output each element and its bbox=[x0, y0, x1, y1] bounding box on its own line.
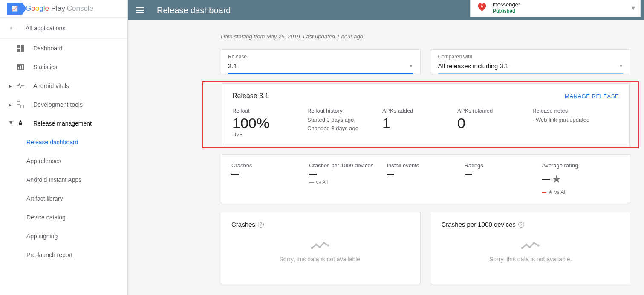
nav-back-label: All applications bbox=[26, 25, 65, 32]
star-icon: ★ bbox=[548, 189, 553, 195]
rollout-history-col: Rollout history Started 3 days ago Chang… bbox=[307, 108, 374, 137]
apks-retained-value: 0 bbox=[457, 116, 524, 130]
logo-text: Google Play bbox=[26, 4, 65, 13]
nav-dashboard[interactable]: ▶ Dashboard bbox=[0, 39, 127, 58]
app-status: Published bbox=[493, 8, 520, 14]
chart-placeholder-icon bbox=[311, 240, 330, 251]
nav-sub-prelaunch-report[interactable]: Pre-launch report bbox=[0, 245, 127, 264]
nav-development-tools[interactable]: ▶ Development tools bbox=[0, 95, 127, 114]
svg-rect-2 bbox=[21, 47, 24, 52]
metrics-card: Crashes Crashes per 1000 devices —vs All… bbox=[221, 154, 630, 203]
nav-sub-app-releases[interactable]: App releases bbox=[0, 152, 127, 170]
nav-sub-release-dashboard[interactable]: Release dashboard bbox=[0, 133, 127, 152]
svg-point-16 bbox=[327, 245, 329, 247]
nav-statistics[interactable]: ▶ Statistics bbox=[0, 58, 127, 76]
nav-label: Dashboard bbox=[33, 45, 63, 52]
empty-value bbox=[387, 174, 394, 175]
app-selector[interactable]: h messenger Published ▾ bbox=[470, 0, 641, 17]
manage-release-button[interactable]: MANAGE RELEASE bbox=[565, 93, 619, 99]
svg-rect-6 bbox=[20, 66, 21, 69]
filter-label: Release bbox=[228, 54, 413, 60]
empty-value bbox=[465, 174, 472, 175]
page-title: Release dashboard bbox=[157, 6, 231, 15]
svg-rect-0 bbox=[17, 45, 20, 48]
release-notes: - Web link part updated bbox=[532, 116, 619, 124]
svg-point-15 bbox=[323, 242, 325, 244]
chart-placeholder-icon bbox=[521, 240, 540, 251]
nav-label: Android vitals bbox=[33, 82, 69, 89]
release-highlight: Release 3.1 MANAGE RELEASE Rollout 100% … bbox=[202, 81, 639, 148]
empty-value bbox=[542, 179, 550, 180]
svg-point-19 bbox=[528, 246, 531, 248]
svg-rect-5 bbox=[18, 67, 19, 69]
app-name: messenger bbox=[493, 1, 520, 8]
main-content: Data starting from May 26, 2019. Last up… bbox=[128, 20, 644, 295]
help-icon[interactable]: ? bbox=[258, 222, 264, 228]
chevron-down-icon: ▾ bbox=[632, 4, 635, 12]
chevron-down-icon: ▶ bbox=[9, 121, 14, 126]
rollout-status: LIVE bbox=[232, 132, 299, 137]
nav-sub-artifact-library[interactable]: Artifact library bbox=[0, 189, 127, 208]
logo[interactable]: 📈 Google Play Console bbox=[0, 0, 127, 17]
nav-release-management[interactable]: ▶ Release management bbox=[0, 114, 127, 133]
app-icon: h bbox=[476, 1, 488, 14]
logo-icon: 📈 bbox=[7, 3, 22, 15]
nav-sub-instant-apps[interactable]: Android Instant Apps bbox=[0, 170, 127, 189]
svg-point-21 bbox=[537, 245, 539, 247]
help-icon[interactable]: ? bbox=[518, 222, 524, 228]
rocket-icon bbox=[16, 120, 25, 127]
metric-crashes-per-1000: Crashes per 1000 devices —vs All bbox=[309, 162, 387, 195]
apks-retained-col: APKs retained 0 bbox=[457, 108, 524, 137]
dashboard-icon bbox=[16, 45, 25, 52]
chevron-down-icon: ▼ bbox=[619, 64, 623, 68]
svg-text:h: h bbox=[481, 4, 483, 8]
chart-crashes-per-1000: Crashes per 1000 devices ? Sorry, this d… bbox=[431, 212, 631, 284]
release-title: Release 3.1 bbox=[232, 92, 269, 100]
chart-crashes: Crashes ? Sorry, this data is not availa… bbox=[221, 212, 421, 284]
release-card: Release 3.1 MANAGE RELEASE Rollout 100% … bbox=[222, 83, 630, 146]
filter-value: 3.1 bbox=[228, 62, 237, 70]
nav-android-vitals[interactable]: ▶ Android vitals bbox=[0, 76, 127, 95]
chevron-right-icon: ▶ bbox=[9, 84, 14, 88]
svg-rect-7 bbox=[22, 65, 23, 69]
sidebar: 📈 Google Play Console ← All applications… bbox=[0, 0, 128, 295]
chevron-right-icon: ▶ bbox=[9, 102, 14, 107]
tools-icon bbox=[16, 101, 25, 108]
vitals-icon bbox=[16, 83, 25, 89]
nav-sub-device-catalog[interactable]: Device catalog bbox=[0, 208, 127, 227]
data-freshness-note: Data starting from May 26, 2019. Last up… bbox=[221, 33, 630, 40]
no-data-message: Sorry, this data is not available. bbox=[279, 256, 362, 263]
arrow-left-icon: ← bbox=[9, 23, 16, 32]
nav-back-all-apps[interactable]: ← All applications bbox=[0, 17, 127, 39]
empty-value bbox=[231, 174, 239, 175]
release-notes-col: Release notes - Web link part updated bbox=[532, 108, 619, 137]
header: Release dashboard h messenger Published … bbox=[128, 0, 644, 20]
no-data-message: Sorry, this data is not available. bbox=[489, 256, 572, 263]
nav-label: Release management bbox=[33, 120, 92, 127]
chevron-down-icon: ▼ bbox=[409, 64, 413, 68]
svg-point-10 bbox=[20, 122, 21, 123]
filter-label: Compared with bbox=[438, 54, 624, 60]
statistics-icon bbox=[16, 64, 25, 70]
svg-point-20 bbox=[533, 242, 535, 244]
empty-value bbox=[309, 174, 317, 175]
apks-added-col: APKs added 1 bbox=[382, 108, 449, 137]
menu-icon[interactable] bbox=[136, 5, 147, 15]
rollout-value: 100% bbox=[232, 116, 299, 130]
svg-point-13 bbox=[315, 244, 318, 246]
metric-avg-rating: Average rating ★ ★vs All bbox=[542, 162, 620, 195]
filter-value: All releases including 3.1 bbox=[438, 62, 509, 70]
star-icon: ★ bbox=[552, 174, 561, 185]
nav-label: Development tools bbox=[33, 101, 83, 108]
svg-rect-1 bbox=[21, 45, 24, 47]
svg-rect-3 bbox=[17, 49, 20, 52]
metric-install-events: Install events bbox=[387, 162, 464, 195]
release-filter[interactable]: Release 3.1 ▼ bbox=[221, 49, 421, 74]
metric-ratings: Ratings bbox=[465, 162, 542, 195]
rollout-col: Rollout 100% LIVE bbox=[232, 108, 299, 137]
compared-with-filter[interactable]: Compared with All releases including 3.1… bbox=[431, 49, 631, 74]
logo-console: Console bbox=[67, 4, 93, 13]
svg-rect-9 bbox=[21, 105, 24, 108]
svg-point-14 bbox=[319, 246, 321, 248]
nav-sub-app-signing[interactable]: App signing bbox=[0, 227, 127, 245]
